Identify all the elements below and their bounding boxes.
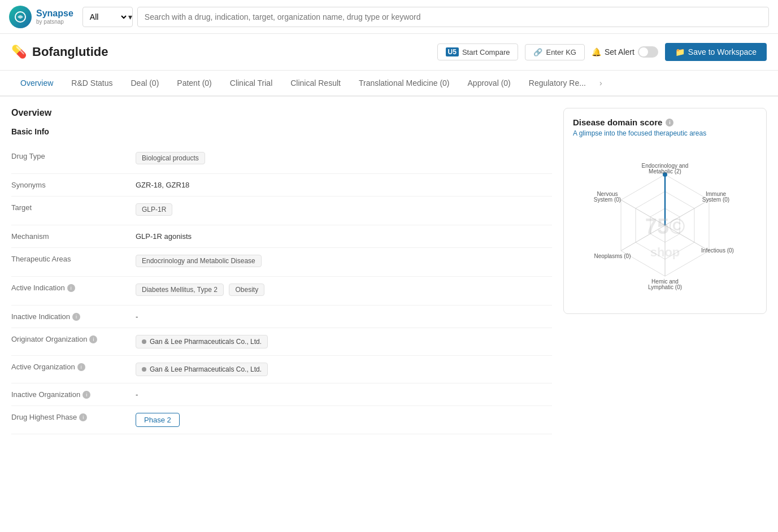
active-org-row: Active Organization i Gan & Lee Pharmace… bbox=[11, 356, 552, 383]
right-panel: Disease domain score i A glimpse into th… bbox=[563, 108, 767, 434]
target-tag[interactable]: GLP-1R bbox=[136, 203, 172, 216]
drug-type-value: Biological products bbox=[136, 152, 552, 167]
therapeutic-areas-value: Endocrinology and Metabolic Disease bbox=[136, 255, 552, 269]
drug-type-row: Drug Type Biological products bbox=[11, 145, 552, 174]
search-category-select[interactable]: All Drug Target bbox=[83, 12, 128, 22]
therapeutic-areas-label: Therapeutic Areas bbox=[11, 255, 136, 263]
watermark-text2: shop bbox=[650, 245, 680, 259]
drug-highest-phase-info-icon[interactable]: i bbox=[79, 413, 87, 421]
active-indication-row: Active Indication i Diabetes Mellitus, T… bbox=[11, 277, 552, 306]
synonyms-label: Synonyms bbox=[11, 181, 136, 189]
mechanism-value: GLP-1R agonists bbox=[136, 232, 552, 241]
drug-type-tag: Biological products bbox=[136, 152, 205, 164]
target-row: Target GLP-1R bbox=[11, 197, 552, 225]
radar-svg: .radar-grid { fill: none; stroke: #ddd; … bbox=[573, 146, 757, 304]
active-org-value: Gan & Lee Pharmaceuticals Co., Ltd. bbox=[136, 363, 552, 376]
axis-label-nervous2: System (0) bbox=[594, 197, 621, 203]
drug-highest-phase-value: Phase 2 bbox=[136, 413, 552, 427]
drug-pill-icon: 💊 bbox=[11, 45, 27, 59]
drug-highest-phase-label: Drug Highest Phase i bbox=[11, 413, 136, 421]
axis-label-infectious: Infectious (0) bbox=[701, 247, 734, 254]
inactive-org-row: Inactive Organization i - bbox=[11, 383, 552, 406]
drug-actions: U5 Start Compare 🔗 Enter KG 🔔 Set Alert … bbox=[437, 43, 767, 61]
target-value: GLP-1R bbox=[136, 203, 552, 218]
alert-icon: 🔔 bbox=[592, 47, 601, 56]
disease-domain-subtitle: A glimpse into the focused therapeutic a… bbox=[573, 129, 757, 137]
active-org-info-icon[interactable]: i bbox=[77, 363, 85, 371]
tab-regulatory[interactable]: Regulatory Re... bbox=[520, 71, 595, 97]
logo-text: Synapse by patsnap bbox=[36, 8, 73, 25]
originator-org-label: Originator Organization i bbox=[11, 335, 136, 343]
tab-approval[interactable]: Approval (0) bbox=[459, 71, 520, 97]
active-org-tag[interactable]: Gan & Lee Pharmaceuticals Co., Ltd. bbox=[136, 363, 268, 376]
active-org-dot bbox=[142, 367, 146, 372]
enter-kg-button[interactable]: 🔗 Enter KG bbox=[525, 44, 584, 60]
radar-chart: .radar-grid { fill: none; stroke: #ddd; … bbox=[573, 146, 757, 304]
drug-title-area: 💊 Bofanglutide bbox=[11, 45, 108, 59]
therapeutic-areas-tag: Endocrinology and Metabolic Disease bbox=[136, 255, 262, 267]
logo-icon bbox=[9, 6, 32, 28]
active-indication-info-icon[interactable]: i bbox=[67, 284, 75, 292]
synonyms-row: Synonyms GZR-18, GZR18 bbox=[11, 174, 552, 197]
compare-icon: U5 bbox=[446, 47, 459, 56]
tab-deal[interactable]: Deal (0) bbox=[122, 71, 168, 97]
originator-org-value: Gan & Lee Pharmaceuticals Co., Ltd. bbox=[136, 335, 552, 348]
therapeutic-areas-row: Therapeutic Areas Endocrinology and Meta… bbox=[11, 248, 552, 277]
axis-label-immune2: System (0) bbox=[702, 197, 729, 203]
tab-patent[interactable]: Patent (0) bbox=[168, 71, 220, 97]
save-to-workspace-button[interactable]: 📁 Save to Workspace bbox=[665, 43, 767, 61]
originator-org-dot bbox=[142, 339, 146, 344]
inactive-indication-value: - bbox=[136, 312, 552, 321]
save-icon: 📁 bbox=[675, 47, 685, 56]
tab-clinical-result[interactable]: Clinical Result bbox=[281, 71, 350, 97]
mechanism-row: Mechanism GLP-1R agonists bbox=[11, 225, 552, 248]
inactive-org-value: - bbox=[136, 390, 552, 399]
watermark-text: 75© bbox=[645, 215, 685, 238]
main-content: Overview Basic Info Drug Type Biological… bbox=[0, 97, 778, 446]
alert-toggle[interactable] bbox=[638, 46, 658, 58]
drug-title: Bofanglutide bbox=[32, 45, 108, 59]
tab-overview[interactable]: Overview bbox=[11, 71, 62, 97]
set-alert-toggle-wrap: 🔔 Set Alert bbox=[592, 46, 658, 58]
inactive-org-info-icon[interactable]: i bbox=[82, 391, 90, 399]
originator-org-info-icon[interactable]: i bbox=[89, 335, 97, 343]
axis-label-endocrinology2: Metabolic (2) bbox=[649, 168, 681, 175]
inactive-indication-info-icon[interactable]: i bbox=[72, 313, 80, 321]
mechanism-label: Mechanism bbox=[11, 232, 136, 241]
drug-type-label: Drug Type bbox=[11, 152, 136, 160]
disease-domain-card: Disease domain score i A glimpse into th… bbox=[563, 108, 767, 314]
indication-tag-diabetes: Diabetes Mellitus, Type 2 bbox=[136, 284, 224, 296]
phase-badge: Phase 2 bbox=[136, 413, 180, 427]
kg-icon: 🔗 bbox=[533, 48, 542, 56]
indication-tag-obesity: Obesity bbox=[229, 284, 264, 296]
originator-org-row: Originator Organization i Gan & Lee Phar… bbox=[11, 328, 552, 356]
axis-label-neoplasms: Neoplasms (0) bbox=[594, 253, 631, 259]
originator-org-tag[interactable]: Gan & Lee Pharmaceuticals Co., Ltd. bbox=[136, 335, 268, 348]
tab-rd-status[interactable]: R&D Status bbox=[62, 71, 121, 97]
drug-highest-phase-row: Drug Highest Phase i Phase 2 bbox=[11, 406, 552, 434]
tab-translational-medicine[interactable]: Translational Medicine (0) bbox=[350, 71, 459, 97]
active-org-label: Active Organization i bbox=[11, 363, 136, 371]
left-panel: Overview Basic Info Drug Type Biological… bbox=[11, 108, 552, 434]
tabs-right-chevron[interactable]: › bbox=[595, 71, 607, 95]
search-dropdown[interactable]: All Drug Target ▾ bbox=[82, 7, 133, 27]
inactive-indication-label: Inactive Indication i bbox=[11, 312, 136, 321]
tabs-bar: Overview R&D Status Deal (0) Patent (0) … bbox=[0, 71, 778, 97]
active-indication-label: Active Indication i bbox=[11, 284, 136, 292]
axis-label-hemic2: Lymphatic (0) bbox=[648, 284, 682, 290]
compare-button[interactable]: U5 Start Compare bbox=[437, 43, 519, 60]
basic-info-title: Basic Info bbox=[11, 127, 552, 136]
active-indication-value: Diabetes Mellitus, Type 2 Obesity bbox=[136, 284, 552, 298]
tab-clinical-trial[interactable]: Clinical Trial bbox=[221, 71, 281, 97]
drug-header: 💊 Bofanglutide U5 Start Compare 🔗 Enter … bbox=[0, 34, 778, 71]
target-label: Target bbox=[11, 203, 136, 212]
disease-domain-info-icon[interactable]: i bbox=[666, 119, 673, 127]
overview-section-title: Overview bbox=[11, 108, 552, 118]
search-input-wrap[interactable] bbox=[137, 7, 769, 27]
logo: Synapse by patsnap bbox=[9, 6, 73, 28]
top-bar: Synapse by patsnap All Drug Target ▾ bbox=[0, 0, 778, 34]
inactive-indication-row: Inactive Indication i - bbox=[11, 306, 552, 328]
disease-domain-title: Disease domain score i bbox=[573, 117, 757, 127]
search-input[interactable] bbox=[145, 12, 762, 21]
synonyms-value: GZR-18, GZR18 bbox=[136, 181, 552, 189]
